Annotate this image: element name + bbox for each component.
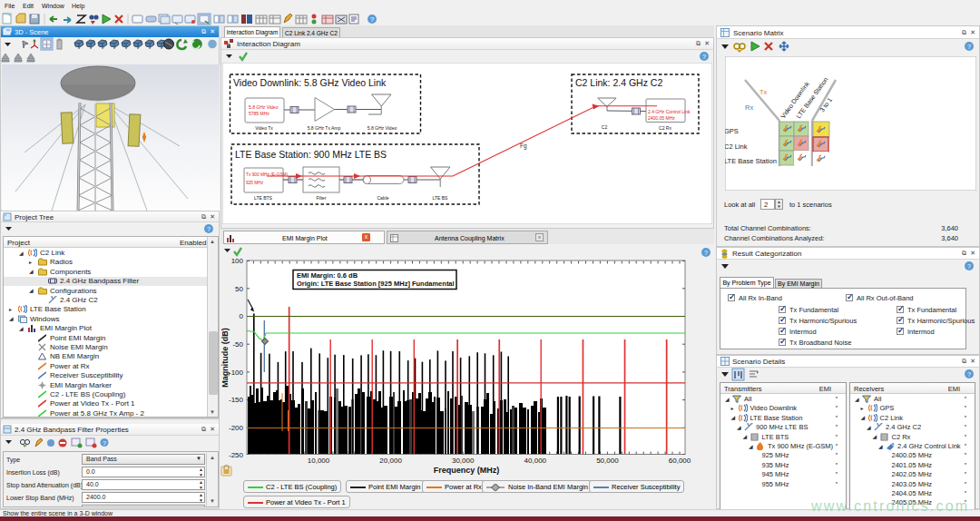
- svg-text:5.8 GHz Tx Amp: 5.8 GHz Tx Amp: [308, 125, 341, 131]
- svg-text:2.4 GHz Control Link: 2.4 GHz Control Link: [648, 109, 691, 114]
- svg-text:C2: C2: [602, 124, 608, 130]
- svg-text:?: ?: [967, 263, 971, 270]
- svg-text:30,000: 30,000: [452, 457, 475, 465]
- svg-text:-200: -200: [229, 424, 244, 432]
- svg-text:-150: -150: [229, 396, 244, 404]
- svg-text:60,000: 60,000: [669, 457, 691, 465]
- svg-text:LTE BS: LTE BS: [433, 195, 449, 201]
- svg-text:EMI Margin: 0.6 dB: EMI Margin: 0.6 dB: [297, 271, 358, 280]
- svg-text:Tx: Tx: [760, 88, 768, 96]
- svg-text:Frequency (MHz): Frequency (MHz): [434, 466, 500, 475]
- svg-text:5785 MHz: 5785 MHz: [249, 111, 270, 116]
- svg-text:5.8 GHz Video: 5.8 GHz Video: [249, 104, 279, 110]
- svg-text:50,000: 50,000: [596, 457, 619, 465]
- svg-text:Cable: Cable: [377, 195, 388, 201]
- svg-text:?: ?: [967, 44, 971, 50]
- svg-text:?: ?: [103, 440, 106, 447]
- svg-text:?: ?: [704, 250, 708, 256]
- svg-text:5.8 GHz Video: 5.8 GHz Video: [368, 125, 397, 131]
- svg-text:-100: -100: [229, 369, 244, 377]
- svg-text:?: ?: [967, 371, 971, 378]
- svg-text:GPS: GPS: [725, 127, 739, 135]
- svg-text:C2 Rx: C2 Rx: [659, 125, 671, 131]
- svg-text:50: 50: [235, 285, 243, 293]
- svg-text:LTE Base Station: LTE Base Station: [725, 157, 777, 165]
- svg-text:C2 Link: 2.4 GHz C2: C2 Link: 2.4 GHz C2: [575, 77, 662, 88]
- svg-text:Fg: Fg: [520, 143, 527, 150]
- svg-text:?: ?: [370, 15, 375, 24]
- svg-text:Video Tx: Video Tx: [255, 125, 273, 131]
- svg-text:0: 0: [240, 312, 244, 320]
- svg-text:-50: -50: [232, 340, 243, 349]
- svg-text:20,000: 20,000: [379, 457, 402, 465]
- svg-text:10,000: 10,000: [308, 457, 330, 465]
- svg-text:Video Downlink: 5.8 GHz Video: Video Downlink: 5.8 GHz Video Link: [233, 77, 387, 88]
- svg-text:Magnitude (dB): Magnitude (dB): [220, 328, 230, 388]
- svg-text:C2 Link: C2 Link: [725, 143, 748, 151]
- svg-text:40,000: 40,000: [524, 457, 547, 465]
- svg-text:LTE BTS: LTE BTS: [254, 195, 273, 201]
- svg-text:Filter: Filter: [316, 195, 326, 201]
- svg-text:2400.05 MHz: 2400.05 MHz: [648, 115, 675, 121]
- svg-text:100: 100: [231, 257, 244, 265]
- svg-text:?: ?: [702, 54, 706, 60]
- svg-text:?: ?: [207, 226, 211, 232]
- svg-text:LTE Base Station: 900 MHz LTE: LTE Base Station: 900 MHz LTE BS: [235, 149, 387, 160]
- svg-text:Origin: LTE Base Station [925: Origin: LTE Base Station [925 MHz] Funda…: [297, 280, 455, 288]
- svg-text:Rx: Rx: [745, 103, 753, 112]
- svg-text:-250: -250: [229, 451, 244, 459]
- svg-text:925 MHz: 925 MHz: [246, 181, 264, 185]
